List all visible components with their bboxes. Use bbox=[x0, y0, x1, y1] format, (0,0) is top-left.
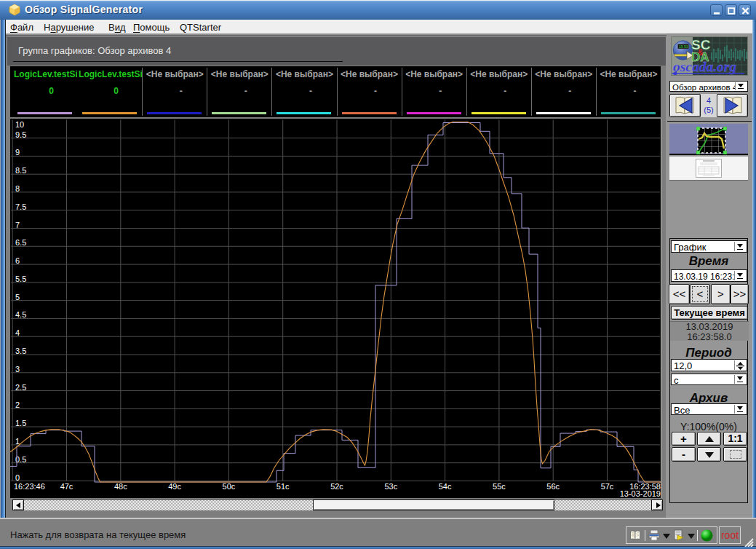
svg-text:10: 10 bbox=[15, 120, 24, 129]
svg-text:48с: 48с bbox=[114, 482, 127, 491]
svg-text:50с: 50с bbox=[223, 482, 236, 491]
svg-text:7: 7 bbox=[15, 221, 20, 229]
svg-text:47с: 47с bbox=[60, 482, 73, 491]
svg-text:3.5: 3.5 bbox=[15, 347, 26, 355]
svg-text:4: 4 bbox=[15, 328, 20, 337]
svg-text:53с: 53с bbox=[384, 482, 397, 491]
svg-text:5.5: 5.5 bbox=[15, 274, 26, 283]
svg-text:2.5: 2.5 bbox=[15, 383, 26, 392]
svg-text:oscada.org: oscada.org bbox=[673, 59, 736, 74]
svg-text:49с: 49с bbox=[168, 482, 181, 491]
svg-text:13-03-2019: 13-03-2019 bbox=[620, 489, 661, 498]
svg-text:57с: 57с bbox=[601, 482, 614, 491]
svg-text:3: 3 bbox=[15, 365, 20, 374]
svg-text:4.5: 4.5 bbox=[15, 310, 26, 319]
svg-text:56с: 56с bbox=[546, 482, 560, 491]
svg-text:51с: 51с bbox=[276, 482, 290, 491]
svg-text:1: 1 bbox=[15, 437, 20, 446]
svg-text:6.5: 6.5 bbox=[15, 238, 26, 247]
svg-text:55с: 55с bbox=[493, 482, 506, 491]
svg-text:8.5: 8.5 bbox=[15, 166, 26, 175]
svg-text:16:23:46: 16:23:46 bbox=[14, 482, 45, 491]
svg-text:6: 6 bbox=[15, 256, 20, 265]
svg-text:7.5: 7.5 bbox=[15, 202, 26, 211]
svg-text:5: 5 bbox=[15, 293, 20, 301]
svg-text:52с: 52с bbox=[330, 482, 343, 491]
svg-text:54с: 54с bbox=[439, 482, 452, 491]
svg-text:8: 8 bbox=[15, 184, 20, 193]
svg-text:0: 0 bbox=[15, 473, 20, 482]
svg-text:19.93: 19.93 bbox=[679, 44, 688, 49]
svg-text:2: 2 bbox=[15, 400, 20, 409]
svg-text:9.5: 9.5 bbox=[15, 130, 26, 139]
svg-text:1.5: 1.5 bbox=[15, 419, 26, 427]
svg-text:9: 9 bbox=[15, 148, 20, 157]
